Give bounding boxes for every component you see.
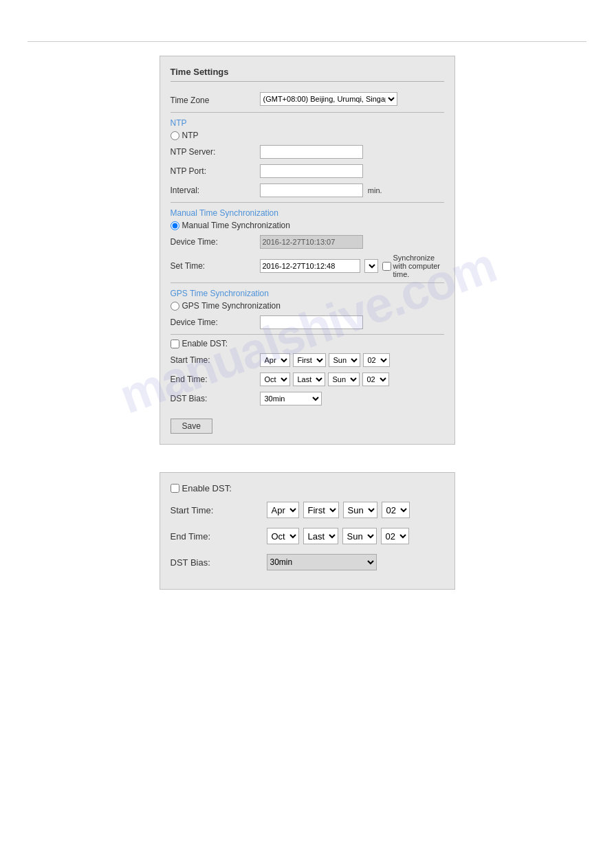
enable-dst-checkbox[interactable] bbox=[171, 340, 179, 348]
ntp-port-input[interactable] bbox=[260, 164, 363, 178]
divider-4 bbox=[171, 334, 444, 335]
dst-bias-select[interactable]: 30min 60min 90min 120min bbox=[260, 392, 322, 405]
min-label: min. bbox=[368, 186, 382, 194]
dst-bias-label: DST Bias: bbox=[171, 394, 260, 403]
save-button[interactable]: Save bbox=[171, 419, 212, 434]
zoomed-end-day-select[interactable]: Sun bbox=[342, 528, 377, 544]
interval-label: Interval: bbox=[171, 186, 260, 195]
ntp-server-value bbox=[260, 145, 444, 159]
device-time-row: Device Time: bbox=[171, 234, 444, 249]
ntp-port-label: NTP Port: bbox=[171, 166, 260, 176]
dst-bias-value: 30min 60min 90min 120min bbox=[260, 392, 444, 405]
zoomed-start-hour-select[interactable]: 02 bbox=[382, 502, 410, 518]
ntp-port-row: NTP Port: bbox=[171, 164, 444, 179]
zoomed-end-week-select[interactable]: Last bbox=[303, 528, 338, 544]
set-time-row: Set Time: Synchronize with computer time… bbox=[171, 254, 444, 278]
end-time-row: End Time: Oct Last Sun 02 bbox=[171, 372, 444, 387]
gps-device-time-input[interactable] bbox=[260, 315, 363, 329]
ntp-section-label: NTP bbox=[171, 118, 444, 128]
zoomed-start-time-label: Start Time: bbox=[171, 505, 267, 515]
device-time-value bbox=[260, 235, 444, 249]
gps-radio-label: GPS Time Synchronization bbox=[182, 301, 281, 311]
zoomed-dst-bias-value: 30min 60min 90min 120min bbox=[267, 554, 444, 570]
zoomed-start-day-select[interactable]: Sun bbox=[343, 502, 377, 518]
end-time-label: End Time: bbox=[171, 375, 260, 384]
gps-radio-row: GPS Time Synchronization bbox=[171, 301, 444, 311]
panel-title: Time Settings bbox=[171, 67, 444, 82]
end-week-select[interactable]: Last bbox=[293, 372, 325, 386]
start-time-row: Start Time: Apr First Sun 02 bbox=[171, 353, 444, 368]
manual-sync-radio[interactable] bbox=[171, 221, 179, 230]
zoomed-end-time-row: End Time: Oct Last Sun 02 bbox=[171, 526, 444, 546]
gps-section-label: GPS Time Synchronization bbox=[171, 289, 444, 298]
sync-computer-checkbox[interactable] bbox=[382, 262, 391, 271]
zoomed-dst-bias-label: DST Bias: bbox=[171, 557, 267, 568]
start-month-select[interactable]: Apr bbox=[260, 353, 290, 367]
zoomed-enable-dst-label: Enable DST: bbox=[182, 483, 232, 493]
start-week-select[interactable]: First bbox=[293, 353, 326, 367]
start-day-select[interactable]: Sun bbox=[329, 353, 360, 367]
end-month-select[interactable]: Oct bbox=[260, 372, 290, 386]
zoomed-dst-bias-select[interactable]: 30min 60min 90min 120min bbox=[267, 554, 377, 570]
gps-device-time-row: Device Time: bbox=[171, 315, 444, 330]
device-time-label: Device Time: bbox=[171, 237, 260, 247]
manual-sync-radio-row: Manual Time Synchronization bbox=[171, 221, 444, 230]
zoomed-end-hour-select[interactable]: 02 bbox=[381, 528, 409, 544]
zoomed-start-time-controls: Apr First Sun 02 bbox=[267, 502, 444, 518]
manual-sync-radio-label: Manual Time Synchronization bbox=[182, 221, 290, 230]
set-time-label: Set Time: bbox=[171, 261, 260, 271]
zoomed-enable-dst-row: Enable DST: bbox=[171, 483, 444, 493]
enable-dst-label: Enable DST: bbox=[182, 339, 228, 348]
settings-panel: Time Settings Time Zone (GMT+08:00) Beij… bbox=[160, 56, 455, 445]
timezone-select[interactable]: (GMT+08:00) Beijing, Urumqi, Singapore bbox=[260, 92, 397, 106]
zoomed-end-month-select[interactable]: Oct bbox=[267, 528, 299, 544]
timezone-row: Time Zone (GMT+08:00) Beijing, Urumqi, S… bbox=[171, 90, 444, 108]
ntp-server-row: NTP Server: bbox=[171, 144, 444, 159]
zoomed-end-time-controls: Oct Last Sun 02 bbox=[267, 528, 444, 544]
ntp-radio-row: NTP bbox=[171, 131, 444, 140]
zoomed-start-time-row: Start Time: Apr First Sun 02 bbox=[171, 500, 444, 520]
interval-value: min. bbox=[260, 183, 444, 197]
ntp-radio-label: NTP bbox=[182, 131, 199, 140]
dst-bias-row: DST Bias: 30min 60min 90min 120min bbox=[171, 391, 444, 406]
sync-computer-label: Synchronize with computer time. bbox=[382, 254, 444, 278]
zoomed-dst-bias-row: DST Bias: 30min 60min 90min 120min bbox=[171, 553, 444, 572]
zoomed-start-week-select[interactable]: First bbox=[303, 502, 339, 518]
start-hour-select[interactable]: 02 bbox=[363, 353, 390, 367]
device-time-input bbox=[260, 235, 363, 249]
divider-3 bbox=[171, 282, 444, 283]
set-time-dropdown[interactable] bbox=[364, 259, 378, 273]
page-wrapper: Time Settings Time Zone (GMT+08:00) Beij… bbox=[0, 41, 614, 868]
set-time-value: Synchronize with computer time. bbox=[260, 254, 444, 278]
interval-row: Interval: min. bbox=[171, 183, 444, 198]
end-hour-select[interactable]: 02 bbox=[362, 372, 389, 386]
manual-sync-section-label: Manual Time Synchronization bbox=[171, 208, 444, 218]
ntp-radio[interactable] bbox=[171, 131, 179, 140]
zoomed-end-time-label: End Time: bbox=[171, 531, 267, 542]
zoomed-enable-dst-checkbox[interactable] bbox=[171, 484, 179, 493]
set-time-input[interactable] bbox=[260, 259, 360, 273]
start-time-label: Start Time: bbox=[171, 355, 260, 365]
ntp-server-label: NTP Server: bbox=[171, 147, 260, 157]
ntp-port-value bbox=[260, 164, 444, 178]
gps-device-time-label: Device Time: bbox=[171, 318, 260, 327]
ntp-server-input[interactable] bbox=[260, 145, 363, 159]
gps-device-time-value bbox=[260, 315, 444, 329]
timezone-value: (GMT+08:00) Beijing, Urumqi, Singapore bbox=[260, 92, 444, 106]
top-divider bbox=[28, 41, 586, 42]
end-day-select[interactable]: Sun bbox=[328, 372, 360, 386]
end-time-controls: Oct Last Sun 02 bbox=[260, 372, 444, 386]
timezone-label: Time Zone bbox=[171, 96, 260, 105]
zoomed-panel: Enable DST: Start Time: Apr First Sun 02 bbox=[160, 472, 455, 590]
interval-input[interactable] bbox=[260, 183, 363, 197]
gps-radio[interactable] bbox=[171, 302, 179, 311]
zoomed-start-month-select[interactable]: Apr bbox=[267, 502, 299, 518]
enable-dst-row: Enable DST: bbox=[171, 339, 444, 348]
divider-2 bbox=[171, 202, 444, 203]
start-time-controls: Apr First Sun 02 bbox=[260, 353, 444, 367]
divider-1 bbox=[171, 112, 444, 113]
